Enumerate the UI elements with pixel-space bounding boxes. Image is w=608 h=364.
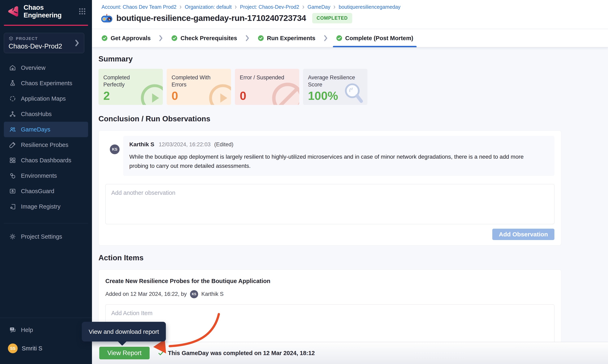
- breadcrumb: Account: Chaos Dev Team Prod2 Organizati…: [102, 4, 400, 10]
- app-grid-icon[interactable]: [78, 7, 86, 15]
- sidebar-item-gamedays[interactable]: GameDays: [4, 122, 88, 137]
- page-title: boutique-resilience-gameday-run-17102407…: [116, 13, 306, 23]
- sidebar-item-label: Chaos Dashboards: [21, 157, 71, 164]
- home-icon: [9, 64, 16, 71]
- chevron-right-icon: [235, 5, 237, 9]
- avatar: KS: [190, 290, 198, 298]
- help-button[interactable]: ? Help: [4, 323, 88, 337]
- chevron-right-icon: [302, 5, 305, 9]
- help-label: Help: [21, 327, 33, 333]
- lock-card-icon: [9, 188, 16, 195]
- card-label: Error / Suspended: [240, 74, 289, 81]
- breadcrumb-account[interactable]: Account: Chaos Dev Team Prod2: [102, 4, 176, 10]
- comment-timestamp: 12/03/2024, 16:22:03: [159, 142, 211, 148]
- help-chat-icon: ?: [9, 326, 16, 333]
- card-value: 100%: [308, 89, 338, 103]
- check-circle-icon: [258, 35, 264, 41]
- observations-heading: Conclusion / Run Observations: [98, 115, 561, 123]
- card-label: Completed With Errors: [172, 74, 220, 88]
- sidebar-item-chaos-dashboards[interactable]: Chaos Dashboards: [4, 153, 88, 168]
- check-circle-icon: [336, 35, 342, 41]
- card-value: 0: [172, 89, 178, 103]
- page-header: Account: Chaos Dev Team Prod2 Organizati…: [92, 0, 608, 29]
- sidebar-item-resilience-probes[interactable]: Resilience Probes: [4, 137, 88, 153]
- added-on-text: Added on 12 Mar 2024, 16:22, by: [105, 291, 187, 297]
- add-observation-input[interactable]: [105, 184, 555, 224]
- sidebar-item-application-maps[interactable]: Application Maps: [4, 91, 88, 106]
- card-value: 2: [103, 89, 110, 103]
- sidebar-item-label: Environments: [21, 172, 57, 179]
- observations-panel: KS Karthik S 12/03/2024, 16:22:03 (Edite…: [98, 130, 561, 246]
- completion-status-text: This GameDay was completed on 12 Mar 202…: [168, 350, 315, 356]
- tab-label: Run Experiments: [267, 35, 316, 42]
- breadcrumb-gameday[interactable]: GameDay: [307, 4, 330, 10]
- comment-author: Karthik S: [129, 141, 154, 148]
- summary-heading: Summary: [98, 48, 561, 63]
- title-row: boutique-resilience-gameday-run-17102407…: [101, 13, 352, 23]
- add-action-item-input[interactable]: [105, 304, 555, 342]
- tab-get-approvals[interactable]: Get Approvals: [102, 29, 151, 47]
- sidebar-item-chaoshubs[interactable]: ChaosHubs: [4, 106, 88, 122]
- chevron-right-icon: [75, 39, 79, 47]
- card-label: Completed Perfectly: [103, 74, 152, 88]
- user-menu[interactable]: SS Smriti S: [4, 342, 88, 355]
- project-name: Chaos-Dev-Prod2: [9, 42, 79, 50]
- sidebar-item-overview[interactable]: Overview: [4, 60, 88, 76]
- breadcrumb-gameday-name[interactable]: boutiqueresiliencegameday: [339, 4, 400, 10]
- user-name: Smriti S: [22, 345, 42, 352]
- view-report-button[interactable]: View Report: [99, 347, 150, 359]
- tab-run-experiments[interactable]: Run Experiments: [258, 29, 316, 47]
- sidebar-item-chaosguard[interactable]: ChaosGuard: [4, 183, 88, 199]
- status-badge: COMPLETED: [312, 13, 352, 23]
- sidebar-item-environments[interactable]: Environments: [4, 168, 88, 183]
- breadcrumb-project[interactable]: Project: Chaos-Dev-Prod2: [240, 4, 299, 10]
- gamepad-icon: [101, 13, 113, 23]
- sidebar-divider: [4, 223, 88, 223]
- tab-complete-post-mortem[interactable]: Complete (Post Mortem): [336, 29, 413, 47]
- sidebar-menu: Overview Chaos Experiments Application M…: [4, 60, 88, 214]
- sidebar-item-chaos-experiments[interactable]: Chaos Experiments: [4, 76, 88, 91]
- sidebar-item-label: Resilience Probes: [21, 142, 68, 148]
- sidebar-item-image-registry[interactable]: Image Registry: [4, 199, 88, 214]
- action-item-title: Create New Resilience Probes for the Bou…: [105, 278, 555, 285]
- comment-body: While the boutique app deployment is lar…: [129, 152, 543, 171]
- breadcrumb-organization[interactable]: Organization: default: [185, 4, 232, 10]
- avatar: KS: [110, 144, 119, 154]
- add-observation-button[interactable]: Add Observation: [492, 229, 555, 240]
- sidebar-item-label: GameDays: [21, 126, 50, 133]
- tab-check-prerequisites[interactable]: Check Prerequisites: [171, 29, 237, 47]
- tab-label: Complete (Post Mortem): [345, 35, 413, 42]
- chevron-right-icon: [324, 35, 328, 42]
- sidebar-item-project-settings[interactable]: Project Settings: [4, 229, 88, 244]
- network-nodes-icon: [9, 111, 16, 117]
- summary-cards: Completed Perfectly 2 Completed With Err…: [98, 69, 561, 105]
- view-report-tooltip: View and download report: [82, 322, 166, 341]
- card-average-resilience-score: Average Resilience Score 100%: [303, 69, 368, 105]
- card-label: Average Resilience Score: [308, 74, 357, 88]
- avatar: SS: [8, 343, 18, 353]
- dashboard-blocks-icon: [9, 157, 16, 164]
- completion-status: This GameDay was completed on 12 Mar 202…: [158, 350, 315, 356]
- test-tube-icon: [9, 142, 16, 148]
- flask-icon: [9, 80, 16, 87]
- tab-label: Get Approvals: [111, 35, 151, 42]
- ban-circle-icon: [270, 81, 299, 105]
- chevron-right-icon: [245, 35, 250, 42]
- chevron-right-icon: [179, 5, 182, 9]
- card-completed-perfectly: Completed Perfectly 2: [98, 69, 163, 105]
- comment-edited-flag: (Edited): [214, 142, 233, 148]
- sidebar-item-label: Application Maps: [21, 95, 66, 102]
- app-title: Chaos Engineering: [24, 4, 78, 19]
- main-content: Summary Completed Perfectly 2 Completed …: [92, 48, 608, 342]
- comment-box: Karthik S 12/03/2024, 16:22:03 (Edited) …: [123, 136, 555, 176]
- check-icon: [158, 350, 165, 356]
- sidebar-item-label: Project Settings: [21, 233, 62, 240]
- gameday-steps-bar: Get Approvals Check Prerequisites Run Ex…: [92, 29, 608, 47]
- project-selector[interactable]: PROJECT Chaos-Dev-Prod2: [4, 33, 84, 53]
- dashed-circle-icon: [9, 95, 16, 102]
- gear-icon: [9, 233, 16, 240]
- hexagons-icon: [9, 172, 16, 179]
- project-label: PROJECT: [16, 36, 38, 41]
- action-item-author: Karthik S: [201, 291, 224, 297]
- sidebar-item-label: ChaosGuard: [21, 188, 54, 195]
